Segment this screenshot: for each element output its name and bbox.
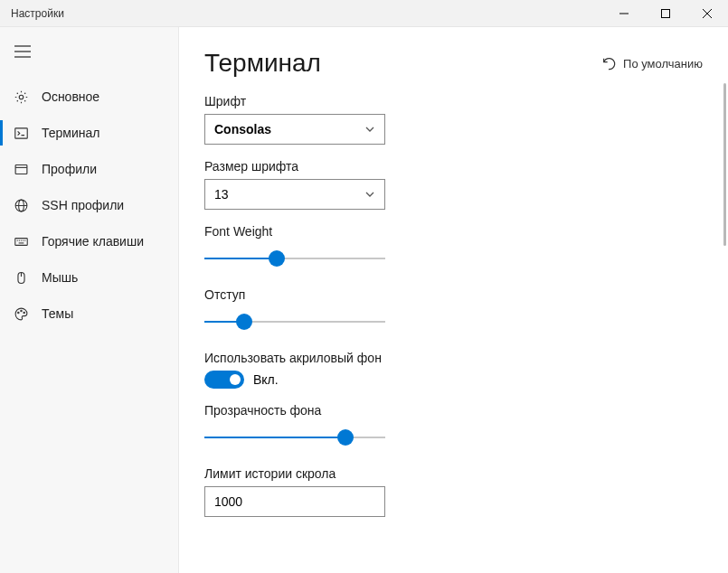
scrollbar-thumb[interactable]	[723, 83, 726, 246]
sidebar-item-label: SSH профили	[42, 198, 124, 212]
field-acrylic: Использовать акриловый фон Вкл.	[204, 351, 703, 389]
main: Основное Терминал Профили SSH профили	[0, 27, 728, 573]
close-button[interactable]	[686, 0, 728, 26]
sidebar-item-label: Мышь	[42, 270, 78, 285]
padding-slider[interactable]	[204, 307, 385, 336]
sidebar-item-hotkeys[interactable]: Горячие клавиши	[0, 223, 178, 259]
svg-point-23	[17, 312, 18, 313]
sidebar-item-terminal[interactable]: Терминал	[0, 115, 178, 151]
window-title: Настройки	[0, 7, 64, 20]
toggle-state-label: Вкл.	[253, 372, 279, 387]
mouse-icon	[13, 269, 29, 286]
window-controls	[603, 0, 728, 26]
field-font-size: Размер шрифта 13	[204, 159, 703, 210]
toggle-knob	[230, 374, 241, 385]
nav-list: Основное Терминал Профили SSH профили	[0, 79, 178, 332]
font-size-select[interactable]: 13	[204, 179, 385, 210]
chevron-down-icon	[364, 189, 375, 200]
content-header: Терминал По умолчанию	[179, 27, 728, 83]
globe-icon	[13, 197, 29, 213]
maximize-button[interactable]	[645, 0, 686, 26]
minimize-icon	[619, 9, 629, 18]
vertical-scrollbar[interactable]	[721, 83, 728, 573]
sidebar-item-general[interactable]: Основное	[0, 79, 178, 115]
keyboard-icon	[13, 233, 29, 249]
sidebar-item-label: Горячие клавиши	[42, 234, 144, 249]
svg-point-7	[19, 95, 24, 99]
field-label: Шрифт	[204, 94, 703, 108]
font-weight-slider[interactable]	[204, 244, 385, 273]
svg-rect-9	[15, 164, 27, 174]
palette-icon	[13, 305, 29, 322]
field-label: Лимит истории скрола	[204, 466, 703, 481]
svg-point-24	[20, 310, 21, 311]
scroll-limit-input[interactable]	[204, 486, 385, 517]
sidebar-item-label: Терминал	[42, 126, 99, 140]
sidebar-item-mouse[interactable]: Мышь	[0, 259, 178, 296]
settings-body: Шрифт Consolas Размер шрифта 13 Font Wei…	[179, 83, 728, 540]
gear-icon	[13, 89, 29, 105]
field-font: Шрифт Consolas	[204, 94, 703, 145]
reset-default-button[interactable]: По умолчанию	[601, 56, 703, 70]
field-label: Размер шрифта	[204, 159, 703, 174]
sidebar-item-label: Основное	[42, 89, 99, 104]
sidebar-item-themes[interactable]: Темы	[0, 296, 178, 332]
hamburger-icon	[14, 45, 31, 58]
content: Терминал По умолчанию Шрифт Consolas Раз…	[179, 27, 728, 573]
sidebar-item-ssh-profiles[interactable]: SSH профили	[0, 187, 178, 223]
opacity-slider[interactable]	[204, 423, 385, 452]
reset-default-label: По умолчанию	[623, 57, 703, 70]
minimize-button[interactable]	[603, 0, 645, 26]
svg-rect-14	[14, 238, 26, 245]
field-padding: Отступ	[204, 287, 703, 336]
field-opacity: Прозрачность фона	[204, 403, 703, 452]
acrylic-toggle[interactable]	[204, 371, 244, 389]
chevron-down-icon	[364, 124, 375, 135]
sidebar: Основное Терминал Профили SSH профили	[0, 27, 179, 573]
page-title: Терминал	[204, 49, 321, 78]
field-label: Прозрачность фона	[204, 403, 703, 418]
close-icon	[703, 9, 712, 18]
hamburger-button[interactable]	[0, 38, 178, 73]
field-label: Font Weight	[204, 224, 703, 239]
field-label: Отступ	[204, 287, 703, 302]
undo-icon	[601, 56, 616, 70]
profiles-icon	[13, 161, 29, 177]
terminal-icon	[13, 125, 29, 141]
sidebar-item-label: Профили	[42, 162, 97, 176]
svg-rect-1	[662, 9, 670, 17]
sidebar-item-label: Темы	[42, 306, 73, 321]
sidebar-item-profiles[interactable]: Профили	[0, 151, 178, 187]
field-label: Использовать акриловый фон	[204, 351, 703, 365]
svg-point-25	[23, 312, 24, 313]
svg-rect-8	[14, 127, 26, 137]
maximize-icon	[661, 9, 670, 18]
font-select[interactable]: Consolas	[204, 114, 385, 145]
field-font-weight: Font Weight	[204, 224, 703, 273]
titlebar: Настройки	[0, 0, 728, 27]
select-value: Consolas	[214, 122, 271, 136]
select-value: 13	[214, 187, 229, 202]
field-scroll-limit: Лимит истории скрола	[204, 466, 703, 517]
